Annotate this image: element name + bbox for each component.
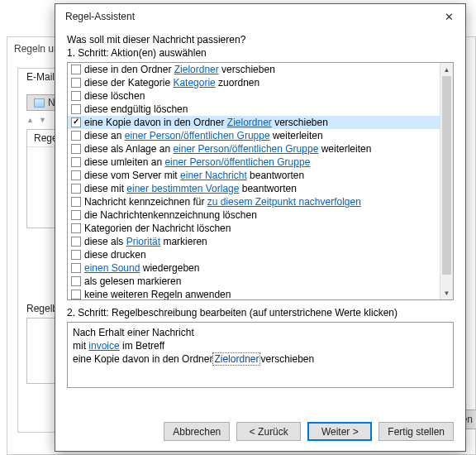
action-checkbox[interactable]	[71, 78, 81, 88]
action-row[interactable]: diese löschen	[68, 89, 440, 103]
action-param-link[interactable]: Zielordner	[227, 117, 272, 128]
action-param-link[interactable]: einen Sound	[84, 262, 140, 274]
move-up-icon[interactable]: ▲	[26, 116, 34, 124]
action-label: als gelesen markieren	[84, 275, 181, 288]
action-checkbox[interactable]	[71, 170, 81, 180]
rule-description-editor[interactable]: Nach Erhalt einer Nachricht mit invoice …	[67, 322, 454, 388]
action-param-link[interactable]: einer Nachricht	[180, 170, 247, 181]
action-param-link[interactable]: einer Person/öffentlichen Gruppe	[173, 143, 318, 155]
new-icon	[34, 98, 45, 108]
action-label: diese löschen	[84, 89, 145, 103]
action-checkbox[interactable]	[71, 237, 81, 247]
move-down-icon[interactable]: ▼	[39, 116, 46, 124]
action-param-link[interactable]: Zielordner	[174, 64, 219, 75]
scroll-thumb[interactable]	[442, 76, 451, 275]
action-checkbox[interactable]	[71, 276, 81, 286]
action-row[interactable]: einen Sound wiedergeben	[68, 261, 440, 275]
action-checkbox[interactable]	[71, 184, 81, 194]
action-checkbox[interactable]	[71, 104, 81, 114]
action-checkbox[interactable]	[71, 223, 81, 233]
scrollbar[interactable]: ▲ ▼	[440, 63, 453, 299]
action-param-link[interactable]: einer Person/öffentlichen Gruppe	[164, 156, 310, 168]
action-label: keine weiteren Regeln anwenden	[84, 288, 231, 299]
action-row[interactable]: Kategorien der Nachricht löschen	[68, 222, 440, 235]
action-param-link[interactable]: einer Person/öffentlichen Gruppe	[125, 130, 270, 141]
finish-button[interactable]: Fertig stellen	[378, 422, 454, 441]
wizard-title: Regel-Assistent	[65, 11, 135, 22]
action-row[interactable]: diese mit einer bestimmten Vorlage beant…	[68, 182, 440, 195]
action-row[interactable]: diese in den Ordner Zielordner verschieb…	[68, 63, 440, 76]
action-label: diese an einer Person/öffentlichen Grupp…	[84, 129, 323, 142]
close-icon[interactable]: ✕	[440, 7, 459, 26]
action-row[interactable]: als gelesen markieren	[68, 275, 440, 288]
action-row[interactable]: Nachricht kennzeichnen für zu diesem Zei…	[68, 195, 440, 208]
desc-line-3: eine Kopie davon in den OrdnerZielordner…	[73, 352, 448, 366]
action-checkbox[interactable]	[71, 65, 81, 74]
action-checkbox[interactable]	[71, 144, 81, 154]
action-label: Kategorien der Nachricht löschen	[84, 222, 231, 235]
action-row[interactable]: die Nachrichtenkennzeichnung löschen	[68, 208, 440, 222]
action-row[interactable]: diese endgültig löschen	[68, 103, 440, 116]
action-label: diese endgültig löschen	[84, 103, 188, 116]
action-checkbox[interactable]	[71, 131, 81, 141]
action-checkbox[interactable]	[71, 157, 81, 167]
rule-wizard-dialog: Regel-Assistent ✕ Was soll mit dieser Na…	[55, 3, 466, 452]
wizard-titlebar: Regel-Assistent ✕	[55, 4, 465, 29]
cancel-button[interactable]: Abbrechen	[164, 422, 230, 441]
action-label: diese in den Ordner Zielordner verschieb…	[84, 63, 275, 76]
action-row[interactable]: diese drucken	[68, 248, 440, 261]
action-row[interactable]: diese als Anlage an einer Person/öffentl…	[68, 142, 440, 156]
action-label: einen Sound wiedergeben	[84, 261, 199, 275]
action-label: die Nachrichtenkennzeichnung löschen	[84, 208, 257, 222]
desc-link-invoice[interactable]: invoice	[88, 340, 119, 352]
wizard-question: Was soll mit dieser Nachricht passieren?	[67, 34, 454, 46]
next-button[interactable]: Weiter >	[307, 422, 372, 441]
action-label: diese als Anlage an einer Person/öffentl…	[84, 142, 371, 156]
action-label: Nachricht kennzeichnen für zu diesem Zei…	[84, 195, 361, 208]
action-label: diese vom Server mit einer Nachricht bea…	[84, 169, 304, 182]
action-label: diese umleiten an einer Person/öffentlic…	[84, 156, 310, 169]
action-row[interactable]: diese als Priorität markieren	[68, 235, 440, 248]
back-button[interactable]: < Zurück	[236, 422, 301, 441]
action-checkbox[interactable]	[71, 210, 81, 220]
action-param-link[interactable]: einer bestimmten Vorlage	[126, 183, 239, 194]
desc-line-1: Nach Erhalt einer Nachricht	[73, 326, 448, 339]
action-param-link[interactable]: Kategorie	[173, 77, 215, 89]
action-label: diese drucken	[84, 248, 146, 261]
action-checkbox[interactable]	[71, 290, 81, 299]
action-label: diese als Priorität markieren	[84, 235, 207, 248]
action-row[interactable]: diese vom Server mit einer Nachricht bea…	[68, 169, 440, 182]
step1-label: 1. Schritt: Aktion(en) auswählen	[67, 47, 454, 59]
scroll-up-icon[interactable]: ▲	[440, 63, 453, 76]
action-checkbox[interactable]	[71, 197, 81, 207]
action-param-link[interactable]: Priorität	[126, 236, 160, 247]
scroll-down-icon[interactable]: ▼	[440, 286, 453, 299]
actions-listbox[interactable]: diese in den Ordner Zielordner verschieb…	[67, 62, 454, 300]
desc-link-target-folder[interactable]: Zielordner	[212, 352, 260, 366]
action-row[interactable]: diese der Kategorie Kategorie zuordnen	[68, 76, 440, 89]
action-param-link[interactable]: zu diesem Zeitpunkt nachverfolgen	[207, 196, 361, 208]
action-label: diese mit einer bestimmten Vorlage beant…	[84, 182, 297, 195]
action-checkbox[interactable]	[71, 250, 81, 260]
action-row[interactable]: keine weiteren Regeln anwenden	[68, 288, 440, 299]
action-checkbox[interactable]	[71, 117, 81, 127]
action-checkbox[interactable]	[71, 263, 81, 273]
action-row[interactable]: diese an einer Person/öffentlichen Grupp…	[68, 129, 440, 142]
step2-label: 2. Schritt: Regelbeschreibung bearbeiten…	[67, 307, 454, 318]
action-label: eine Kopie davon in den Ordner Zielordne…	[84, 116, 328, 129]
action-row[interactable]: eine Kopie davon in den Ordner Zielordne…	[68, 116, 440, 129]
desc-line-2: mit invoice im Betreff	[73, 339, 448, 352]
action-row[interactable]: diese umleiten an einer Person/öffentlic…	[68, 156, 440, 169]
action-checkbox[interactable]	[71, 91, 81, 101]
action-label: diese der Kategorie Kategorie zuordnen	[84, 76, 259, 89]
